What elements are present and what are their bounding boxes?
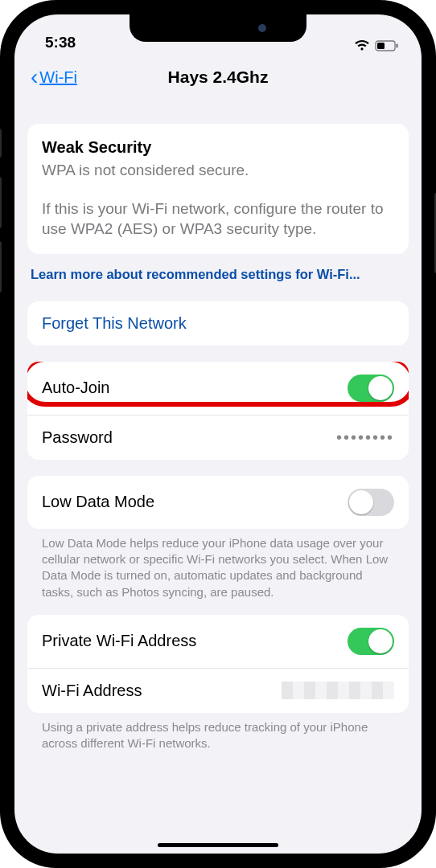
private-group: Private Wi-Fi Address Wi-Fi Address bbox=[27, 615, 409, 713]
private-footer: Using a private address helps reduce tra… bbox=[27, 713, 409, 752]
svg-rect-2 bbox=[397, 43, 398, 47]
forget-group: Forget This Network bbox=[27, 301, 409, 346]
back-label: Wi-Fi bbox=[39, 68, 77, 87]
home-indicator[interactable] bbox=[158, 843, 278, 847]
forget-network-button[interactable]: Forget This Network bbox=[27, 301, 409, 346]
auto-join-label: Auto-Join bbox=[42, 379, 110, 397]
password-row[interactable]: Password •••••••• bbox=[27, 415, 409, 460]
low-data-toggle[interactable] bbox=[348, 489, 394, 516]
join-group: Auto-Join Password •••••••• bbox=[27, 362, 409, 460]
chevron-left-icon: ‹ bbox=[31, 66, 38, 88]
status-icons bbox=[354, 39, 399, 51]
wifi-address-label: Wi-Fi Address bbox=[42, 682, 142, 700]
low-data-row[interactable]: Low Data Mode bbox=[27, 476, 409, 529]
wifi-address-row[interactable]: Wi-Fi Address bbox=[27, 668, 409, 713]
low-data-footer: Low Data Mode helps reduce your iPhone d… bbox=[27, 529, 409, 600]
page-title: Hays 2.4Ghz bbox=[168, 68, 269, 87]
svg-rect-1 bbox=[377, 43, 385, 49]
learn-more-link[interactable]: Learn more about recommended settings fo… bbox=[27, 254, 409, 285]
security-line2: If this is your Wi-Fi network, configure… bbox=[42, 199, 394, 240]
phone-frame: 5:38 ‹ Wi-Fi Hays 2.4Ghz Weak Security W… bbox=[0, 0, 436, 868]
password-label: Password bbox=[42, 428, 113, 447]
private-address-label: Private Wi-Fi Address bbox=[42, 632, 196, 650]
volume-down-button bbox=[0, 241, 2, 293]
security-warning-card: Weak Security WPA is not considered secu… bbox=[27, 124, 409, 254]
volume-up-button bbox=[0, 177, 2, 228]
wifi-address-value-redacted bbox=[282, 682, 394, 699]
lowdata-group: Low Data Mode bbox=[27, 476, 409, 529]
screen: 5:38 ‹ Wi-Fi Hays 2.4Ghz Weak Security W… bbox=[14, 14, 422, 854]
password-value: •••••••• bbox=[336, 428, 394, 447]
forget-label: Forget This Network bbox=[42, 314, 187, 333]
security-line1: WPA is not considered secure. bbox=[42, 160, 394, 181]
battery-icon bbox=[375, 40, 399, 51]
content[interactable]: Weak Security WPA is not considered secu… bbox=[14, 100, 422, 854]
low-data-label: Low Data Mode bbox=[42, 493, 154, 511]
private-address-toggle[interactable] bbox=[348, 628, 394, 655]
private-address-row[interactable]: Private Wi-Fi Address bbox=[27, 615, 409, 668]
back-button[interactable]: ‹ Wi-Fi bbox=[31, 66, 77, 88]
notch bbox=[130, 14, 306, 42]
auto-join-row[interactable]: Auto-Join bbox=[27, 362, 409, 415]
wifi-icon bbox=[354, 39, 370, 51]
mute-switch bbox=[0, 129, 2, 158]
nav-bar: ‹ Wi-Fi Hays 2.4Ghz bbox=[14, 55, 422, 100]
auto-join-toggle[interactable] bbox=[348, 375, 394, 402]
security-heading: Weak Security bbox=[42, 138, 394, 157]
status-time: 5:38 bbox=[45, 34, 76, 51]
